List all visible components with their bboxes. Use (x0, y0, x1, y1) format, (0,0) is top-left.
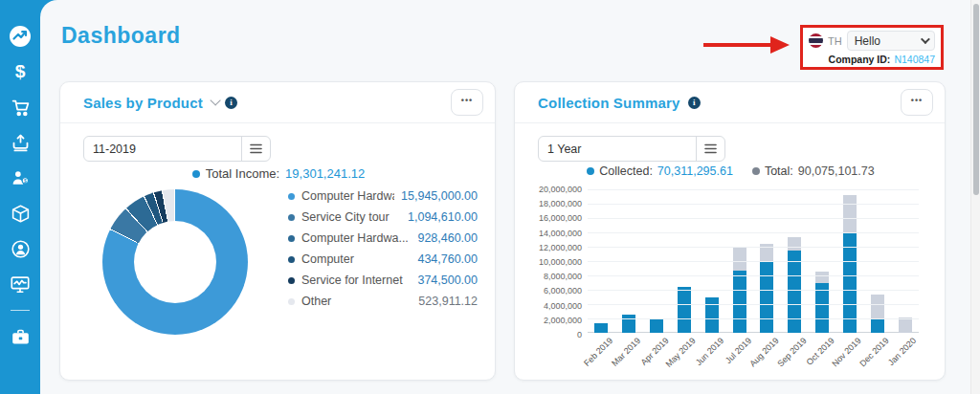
sidebar-item-briefcase-icon[interactable] (9, 325, 32, 348)
legend-label: Computer Hardwa... (301, 189, 394, 203)
donut-legend: Computer Hardwa... 15,945,000.00 Service… (288, 186, 478, 312)
x-axis-label: Aug 2019 (747, 336, 780, 368)
gridline (588, 290, 919, 291)
scrollbar-thumb[interactable] (973, 4, 979, 195)
bar-total-segment (815, 272, 829, 282)
info-icon[interactable]: i (688, 97, 701, 109)
bar-total-segment (733, 248, 746, 271)
annotation-arrow-icon (703, 38, 791, 52)
legend-item: Service City tour 1,094,610.00 (288, 207, 478, 228)
legend-value: 1,094,610.00 (408, 210, 478, 224)
total-income-row: Total Income: 19,301,241.12 (60, 166, 497, 181)
user-dropdown-value: Hello (855, 34, 880, 48)
donut-hole (134, 221, 216, 303)
sidebar-item-contacts-icon[interactable] (9, 237, 32, 260)
legend-label: Computer (301, 252, 411, 266)
y-axis-tick: 6,000,000 (523, 286, 582, 296)
bar-collected-segment (678, 287, 691, 333)
language-code: TH (828, 35, 842, 47)
legend-dot-icon (288, 277, 295, 284)
sidebar-item-sales-dollar-icon[interactable]: $ (9, 60, 32, 83)
info-icon[interactable]: i (225, 97, 237, 109)
chevron-down-icon[interactable] (210, 95, 220, 105)
annotation-highlight-box: TH Hello Company ID: N140847 (800, 25, 944, 70)
y-axis-tick: 12,000,000 (523, 243, 582, 252)
legend-dot-icon (288, 193, 295, 200)
bar-collected-segment (705, 297, 719, 333)
legend-item: Other 523,911.12 (288, 291, 478, 312)
legend-dot-icon (288, 235, 295, 242)
scrollbar[interactable] (970, 0, 980, 394)
bar-collected-segment (788, 251, 801, 333)
x-axis-label: Jan 2020 (886, 336, 918, 367)
sidebar-item-cart-icon[interactable] (9, 96, 32, 119)
filter-menu-icon[interactable] (241, 137, 270, 161)
svg-text:$: $ (15, 61, 26, 81)
sidebar-item-upload-tray-icon[interactable] (9, 131, 32, 154)
company-id-label: Company ID: (829, 54, 891, 65)
bar-chart-y-axis: 20,000,00018,000,00016,000,00014,000,000… (523, 186, 582, 331)
y-axis-tick: 4,000,000 (523, 301, 582, 311)
gridline (588, 189, 919, 190)
sidebar-divider (11, 310, 30, 311)
legend-item: Computer 434,760.00 (288, 249, 478, 270)
legend-item: Computer Hardwa... 15,945,000.00 (288, 186, 478, 207)
user-dropdown[interactable]: Hello (847, 31, 935, 51)
sidebar: $ $ (0, 0, 40, 394)
svg-text:$: $ (23, 178, 26, 183)
bar-collected-segment (622, 315, 635, 334)
month-filter-input[interactable]: 11-2019 (83, 136, 271, 162)
x-axis-label: Feb 2019 (583, 336, 615, 368)
legend-label: Computer Hardwa... (301, 231, 411, 245)
thai-flag-icon (809, 33, 823, 48)
legend-item: Computer Hardwa... 928,460.00 (288, 228, 478, 249)
total-value: 90,075,101.73 (798, 164, 875, 178)
bar-chart-plot: Feb 2019 Mar 2019 Apr 2019 May 2019 Jun … (588, 189, 919, 333)
legend-label: Service for Internet (301, 274, 411, 287)
gridline (588, 232, 919, 233)
total-income-dot-icon (192, 170, 200, 178)
app-logo-icon[interactable] (9, 25, 32, 48)
gridline (588, 275, 919, 276)
x-axis-label: Sep 2019 (775, 336, 808, 368)
y-axis-tick: 10,000,000 (523, 257, 582, 267)
sales-by-product-card: Sales by Product i ••• 11-2019 Total Inc… (59, 81, 496, 381)
collected-value: 70,311,295.61 (657, 164, 733, 178)
bar-collected-segment (650, 318, 663, 333)
donut-chart (102, 189, 248, 335)
bar-collected-segment (594, 323, 608, 333)
collection-card-title: Collection Summary (538, 95, 680, 111)
x-axis-label: Nov 2019 (831, 336, 863, 368)
total-dot-icon (752, 167, 760, 175)
legend-value: 15,945,000.00 (401, 189, 478, 203)
legend-value: 928,460.00 (417, 231, 478, 245)
legend-dot-icon (288, 298, 295, 305)
total-income-value: 19,301,241.12 (285, 166, 365, 181)
bar-collected-segment (760, 261, 773, 333)
more-options-button[interactable]: ••• (451, 89, 483, 116)
gridline (588, 318, 919, 319)
legend-value: 523,911.12 (418, 295, 478, 308)
sales-card-title: Sales by Product (83, 95, 203, 111)
sidebar-item-payroll-people-icon[interactable]: $ (9, 166, 32, 189)
gridline (588, 204, 919, 205)
page-title: Dashboard (61, 23, 181, 49)
legend-dot-icon (288, 214, 295, 221)
bar-total-segment (871, 295, 884, 319)
legend-label: Service City tour (301, 210, 401, 224)
more-options-button[interactable]: ••• (901, 89, 933, 116)
filter-menu-icon[interactable] (696, 137, 724, 161)
sidebar-item-reports-monitor-icon[interactable] (9, 273, 32, 296)
legend-value: 374,500.00 (417, 274, 478, 287)
period-filter-input[interactable]: 1 Year (538, 136, 725, 162)
app-root: $ $ Dashboard (0, 0, 980, 394)
sidebar-item-products-box-icon[interactable] (9, 202, 32, 225)
main-content: Dashboard TH Hello Company ID: N140847 S… (40, 0, 980, 394)
bar-total-segment (843, 195, 857, 232)
period-filter-value: 1 Year (539, 137, 696, 161)
collected-label: Collected: (599, 164, 653, 178)
x-axis-label: Dec 2019 (858, 336, 890, 368)
y-axis-tick: 2,000,000 (523, 316, 582, 325)
chevron-down-icon (921, 34, 930, 44)
y-axis-tick: 14,000,000 (523, 229, 582, 238)
